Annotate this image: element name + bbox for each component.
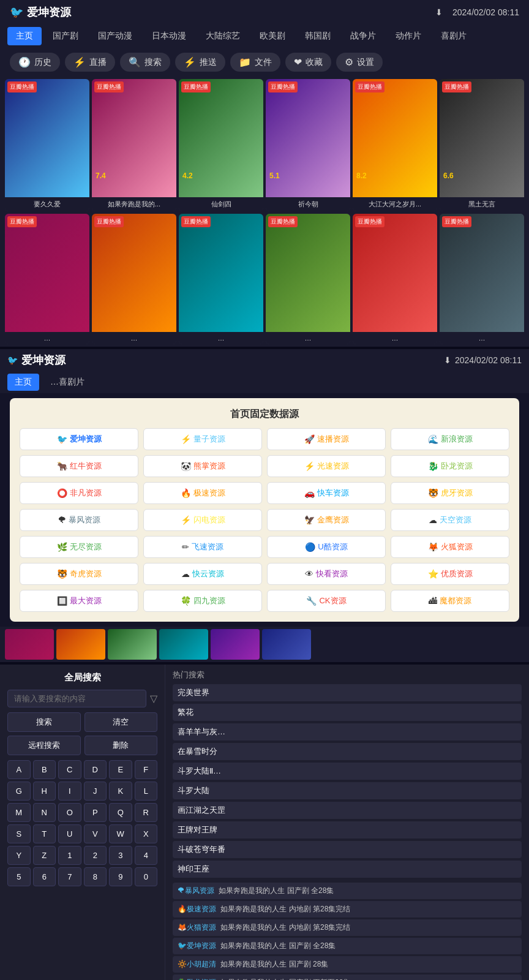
nav-item-variety[interactable]: 大陆综艺 xyxy=(197,27,249,45)
mini-poster-4[interactable] xyxy=(211,629,260,660)
key-1[interactable]: 1 xyxy=(58,846,81,865)
source-btn-20[interactable]: 🐯 奇虎资源 xyxy=(20,563,138,585)
search-input[interactable] xyxy=(7,690,146,707)
poster-card-10[interactable]: 豆瓣热播 … xyxy=(353,214,437,344)
source-btn-1[interactable]: ⚡ 量子资源 xyxy=(143,428,262,450)
key-0[interactable]: 0 xyxy=(135,867,158,886)
key-B[interactable]: B xyxy=(33,760,56,779)
source-btn-3[interactable]: 🌊 新浪资源 xyxy=(391,428,509,450)
result-item-3[interactable]: 🐦爱坤资源 如果奔跑是我的人生 国产剧 全28集 xyxy=(173,938,522,954)
source-btn-0[interactable]: 🐦 爱坤资源 xyxy=(20,428,138,450)
toolbar-search[interactable]: 🔍 搜索 xyxy=(120,53,170,72)
hot-item-2[interactable]: 喜羊羊与灰… xyxy=(173,723,522,741)
poster-card-2[interactable]: 豆瓣热播 4.2 仙剑四 xyxy=(179,79,263,211)
mini-poster-1[interactable] xyxy=(56,629,105,660)
source-btn-17[interactable]: ✏ 飞速资源 xyxy=(143,536,262,558)
source-btn-25[interactable]: 🍀 四九资源 xyxy=(143,590,262,612)
hot-item-4[interactable]: 斗罗大陆Ⅱ… xyxy=(173,763,522,780)
result-item-4[interactable]: 🔆小胡超清 如果奔跑是我的人生 国产剧 28集 xyxy=(173,956,522,973)
nav-item-comedy[interactable]: 喜剧片 xyxy=(432,27,475,45)
key-T[interactable]: T xyxy=(33,824,56,843)
toolbar-settings[interactable]: ⚙ 设置 xyxy=(336,53,383,72)
key-5[interactable]: 5 xyxy=(7,867,31,886)
key-I[interactable]: I xyxy=(58,782,81,801)
poster-card-11[interactable]: 豆瓣热播 … xyxy=(440,214,524,344)
key-2[interactable]: 2 xyxy=(84,846,107,865)
nav2-home[interactable]: 主页 xyxy=(7,374,39,391)
key-V[interactable]: V xyxy=(84,824,107,843)
source-btn-8[interactable]: ⭕ 非凡资源 xyxy=(20,482,138,504)
key-E[interactable]: E xyxy=(109,760,132,779)
result-item-5[interactable]: 🐉卧龙资源 如果奔跑是我的人生 国产剧 更新至28集 xyxy=(173,974,522,980)
nav-item-western[interactable]: 欧美剧 xyxy=(251,27,294,45)
key-4[interactable]: 4 xyxy=(135,846,158,865)
hot-item-7[interactable]: 王牌对王牌 xyxy=(173,821,522,839)
result-item-0[interactable]: 🌪暴风资源 如果奔跑是我的人生 国产剧 全28集 xyxy=(173,883,522,899)
mini-poster-3[interactable] xyxy=(159,629,208,660)
toolbar-favorites[interactable]: ❤ 收藏 xyxy=(285,53,331,72)
source-btn-27[interactable]: 🏙 魔都资源 xyxy=(391,590,509,612)
key-C[interactable]: C xyxy=(58,760,81,779)
key-N[interactable]: N xyxy=(33,803,56,822)
source-btn-24[interactable]: 🔲 最大资源 xyxy=(20,590,138,612)
hot-item-9[interactable]: 神印王座 xyxy=(173,861,522,878)
toolbar-files[interactable]: 📁 文件 xyxy=(230,53,280,72)
poster-card-5[interactable]: 豆瓣热播 6.6 黑土无言 xyxy=(440,79,524,211)
filter-icon[interactable]: ▽ xyxy=(150,693,157,704)
key-U[interactable]: U xyxy=(58,824,81,843)
clear-button[interactable]: 清空 xyxy=(84,712,158,732)
nav-item-war[interactable]: 战争片 xyxy=(342,27,385,45)
key-A[interactable]: A xyxy=(7,760,31,779)
toolbar-history[interactable]: 🕐 历史 xyxy=(10,53,60,72)
nav2-comedy[interactable]: …喜剧片 xyxy=(43,374,92,391)
hot-item-6[interactable]: 画江湖之天罡 xyxy=(173,802,522,819)
source-btn-6[interactable]: ⚡ 光速资源 xyxy=(267,455,386,477)
source-btn-13[interactable]: ⚡ 闪电资源 xyxy=(143,509,262,531)
key-M[interactable]: M xyxy=(7,803,31,822)
source-btn-2[interactable]: 🚀 速播资源 xyxy=(267,428,386,450)
nav-item-action[interactable]: 动作片 xyxy=(387,27,430,45)
source-btn-12[interactable]: 🌪 暴风资源 xyxy=(20,509,138,531)
source-btn-4[interactable]: 🐂 红牛资源 xyxy=(20,455,138,477)
key-P[interactable]: P xyxy=(84,803,107,822)
poster-card-4[interactable]: 豆瓣热播 8.2 大江大河之岁月... xyxy=(353,79,437,211)
search-button[interactable]: 搜索 xyxy=(7,712,81,732)
nav-item-home[interactable]: 主页 xyxy=(7,27,42,45)
source-btn-11[interactable]: 🐯 虎牙资源 xyxy=(391,482,509,504)
poster-card-9[interactable]: 豆瓣热播 … xyxy=(266,214,350,344)
key-7[interactable]: 7 xyxy=(58,867,81,886)
toolbar-push[interactable]: ⚡ 推送 xyxy=(175,53,225,72)
poster-card-1[interactable]: 豆瓣热播 7.4 如果奔跑是我的... xyxy=(92,79,176,211)
key-X[interactable]: X xyxy=(135,824,158,843)
key-6[interactable]: 6 xyxy=(33,867,56,886)
source-btn-26[interactable]: 🔧 CK资源 xyxy=(267,590,386,612)
mini-poster-5[interactable] xyxy=(262,629,311,660)
source-btn-21[interactable]: ☁ 快云资源 xyxy=(143,563,262,585)
key-H[interactable]: H xyxy=(33,782,56,801)
result-item-1[interactable]: 🔥极速资源 如果奔跑是我的人生 内地剧 第28集完结 xyxy=(173,901,522,918)
source-btn-9[interactable]: 🔥 极速资源 xyxy=(143,482,262,504)
key-D[interactable]: D xyxy=(84,760,107,779)
key-L[interactable]: L xyxy=(135,782,158,801)
nav-item-cn-anime[interactable]: 国产动漫 xyxy=(89,27,141,45)
source-btn-10[interactable]: 🚗 快车资源 xyxy=(267,482,386,504)
hot-item-3[interactable]: 在暴雪时分 xyxy=(173,743,522,760)
source-btn-18[interactable]: 🔵 U酷资源 xyxy=(267,536,386,558)
key-9[interactable]: 9 xyxy=(109,867,132,886)
toolbar-live[interactable]: ⚡ 直播 xyxy=(65,53,115,72)
delete-button[interactable]: 删除 xyxy=(84,736,158,755)
hot-item-0[interactable]: 完美世界 xyxy=(173,684,522,701)
key-Y[interactable]: Y xyxy=(7,846,31,865)
source-btn-14[interactable]: 🦅 金鹰资源 xyxy=(267,509,386,531)
hot-item-5[interactable]: 斗罗大陆 xyxy=(173,782,522,799)
poster-card-7[interactable]: 豆瓣热播 … xyxy=(92,214,176,344)
hot-item-8[interactable]: 斗破苍穹年番 xyxy=(173,841,522,858)
source-btn-7[interactable]: 🐉 卧龙资源 xyxy=(391,455,509,477)
key-O[interactable]: O xyxy=(58,803,81,822)
poster-card-6[interactable]: 豆瓣热播 … xyxy=(5,214,89,344)
key-K[interactable]: K xyxy=(109,782,132,801)
key-G[interactable]: G xyxy=(7,782,31,801)
source-btn-23[interactable]: ⭐ 优质资源 xyxy=(391,563,509,585)
key-R[interactable]: R xyxy=(135,803,158,822)
nav-item-jp-anime[interactable]: 日本动漫 xyxy=(143,27,195,45)
